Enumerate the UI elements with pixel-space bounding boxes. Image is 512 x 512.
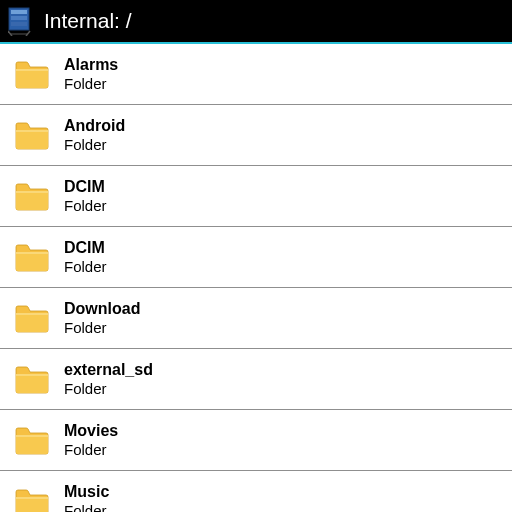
folder-name: Alarms [64, 55, 118, 74]
folder-type: Folder [64, 74, 118, 94]
row-text: Alarms Folder [64, 55, 118, 94]
row-text: external_sd Folder [64, 360, 153, 399]
folder-icon [14, 120, 50, 150]
list-item[interactable]: Music Folder [0, 471, 512, 512]
folder-name: Music [64, 482, 109, 501]
folder-type: Folder [64, 318, 140, 338]
row-text: Download Folder [64, 299, 140, 338]
row-text: DCIM Folder [64, 177, 107, 216]
folder-type: Folder [64, 135, 125, 155]
svg-rect-2 [11, 16, 27, 20]
folder-name: Movies [64, 421, 118, 440]
row-text: Android Folder [64, 116, 125, 155]
list-item[interactable]: DCIM Folder [0, 166, 512, 227]
row-text: Music Folder [64, 482, 109, 512]
folder-name: Download [64, 299, 140, 318]
folder-name: DCIM [64, 177, 107, 196]
folder-type: Folder [64, 501, 109, 512]
header-bar: Internal: / [0, 0, 512, 44]
folder-type: Folder [64, 379, 153, 399]
folder-name: Android [64, 116, 125, 135]
folder-type: Folder [64, 440, 118, 460]
page-title: Internal: / [44, 9, 132, 33]
svg-rect-1 [11, 10, 27, 14]
list-item[interactable]: DCIM Folder [0, 227, 512, 288]
svg-rect-3 [11, 22, 27, 26]
folder-name: external_sd [64, 360, 153, 379]
folder-icon [14, 303, 50, 333]
list-item[interactable]: Alarms Folder [0, 44, 512, 105]
row-text: DCIM Folder [64, 238, 107, 277]
list-item[interactable]: Download Folder [0, 288, 512, 349]
list-item[interactable]: Android Folder [0, 105, 512, 166]
folder-icon [14, 364, 50, 394]
list-item[interactable]: Movies Folder [0, 410, 512, 471]
folder-icon [14, 242, 50, 272]
folder-icon [14, 487, 50, 513]
folder-icon [14, 425, 50, 455]
folder-icon [14, 59, 50, 89]
row-text: Movies Folder [64, 421, 118, 460]
folder-type: Folder [64, 196, 107, 216]
app-icon [8, 6, 34, 36]
list-item[interactable]: external_sd Folder [0, 349, 512, 410]
folder-list: Alarms Folder Android Folder DCIM Folder… [0, 44, 512, 512]
folder-icon [14, 181, 50, 211]
folder-type: Folder [64, 257, 107, 277]
folder-name: DCIM [64, 238, 107, 257]
